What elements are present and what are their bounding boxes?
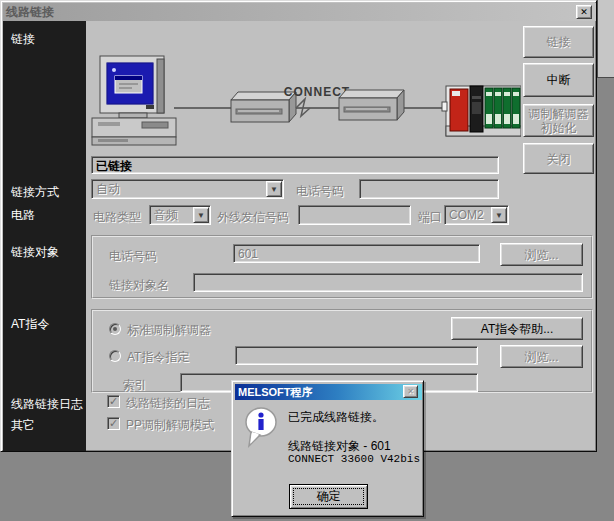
at-specify-field[interactable] — [235, 346, 478, 365]
link-method-value: 自动 — [96, 182, 265, 197]
close-icon[interactable]: ✕ — [403, 385, 418, 398]
sidebar-item-link: 链接 — [11, 31, 35, 48]
close-icon[interactable]: ✕ — [576, 5, 592, 19]
interrupt-button[interactable]: 中断 — [523, 63, 594, 97]
dialog-titlebar[interactable]: MELSOFT程序 — [235, 384, 422, 400]
check-icon: ✓ — [109, 417, 118, 429]
sidebar-item-other: 其它 — [11, 417, 35, 434]
link-target-group: 电话号码 601 浏览... 链接对象名 — [91, 235, 593, 299]
modem-icon — [339, 90, 404, 120]
port-value: COM2 — [449, 208, 490, 223]
standard-modem-radio[interactable] — [109, 323, 121, 335]
sidebar: 链接 链接方式 电路 链接对象 AT指令 线路链接日志 其它 — [3, 21, 86, 451]
titlebar[interactable]: 线路链接 — [3, 3, 596, 21]
line-log-checkbox[interactable]: ✓ — [107, 395, 120, 408]
port-label: 端口 — [418, 209, 442, 226]
modem-init-button[interactable]: 调制解调器初始化 — [523, 104, 594, 137]
connection-graphic: CONNECT — [86, 26, 521, 156]
sidebar-item-at-command: AT指令 — [11, 316, 49, 333]
sidebar-item-link-target: 链接对象 — [11, 244, 59, 261]
at-specify-radio[interactable] — [109, 350, 121, 362]
dialog-message-line1: 已完成线路链接。 — [288, 409, 384, 426]
line-log-label: 线路链接的日志 — [126, 395, 210, 412]
target-name-field[interactable] — [193, 273, 583, 292]
outside-dial-field[interactable] — [298, 205, 411, 225]
check-icon: ✓ — [109, 395, 118, 407]
window-title: 线路链接 — [6, 4, 54, 21]
computer-icon — [92, 56, 176, 145]
pp-modem-checkbox[interactable]: ✓ — [107, 417, 120, 430]
chevron-down-icon[interactable]: ▼ — [193, 207, 209, 223]
target-phone-value: 601 — [238, 247, 461, 262]
at-specify-label: AT指令指定 — [127, 349, 189, 366]
circuit-type-label: 电路类型 — [93, 209, 141, 226]
connect-button[interactable]: 链接 — [523, 26, 594, 58]
index-label: 索引 — [123, 377, 147, 394]
close-button[interactable]: 关闭 — [523, 143, 594, 174]
pp-modem-label: PP调制解调模式 — [126, 417, 214, 434]
link-method-combobox[interactable]: 自动 ▼ — [91, 179, 284, 199]
sidebar-item-line-log: 线路链接日志 — [11, 396, 83, 413]
port-combobox[interactable]: COM2 ▼ — [444, 205, 509, 225]
info-icon — [243, 406, 281, 450]
standard-modem-label: 标准调制解调器 — [127, 322, 211, 339]
status-value: 已链接 — [96, 158, 132, 175]
browse-button[interactable]: 浏览... — [500, 243, 583, 266]
ok-button[interactable]: 确定 — [289, 484, 368, 509]
sidebar-item-circuit: 电路 — [11, 207, 35, 224]
sidebar-item-link-method: 链接方式 — [11, 184, 59, 201]
background-window-fragment — [597, 0, 614, 78]
target-name-label: 链接对象名 — [109, 277, 169, 294]
plc-icon — [442, 86, 521, 136]
circuit-type-value: 音频 — [154, 208, 192, 223]
dialog-message-line3: CONNECT 33600 V42bis — [288, 453, 420, 465]
phone-number-field[interactable] — [359, 179, 499, 199]
status-field: 已链接 — [91, 156, 499, 174]
browse-button[interactable]: 浏览... — [500, 345, 583, 368]
chevron-down-icon[interactable]: ▼ — [266, 181, 282, 197]
dialog-title: MELSOFT程序 — [238, 385, 313, 400]
at-help-button[interactable]: AT指令帮助... — [451, 317, 583, 340]
ok-button-label: 确定 — [293, 488, 364, 505]
target-phone-label: 电话号码 — [109, 248, 157, 265]
phone-number-label: 电话号码 — [296, 183, 344, 200]
circuit-type-combobox[interactable]: 音频 ▼ — [149, 205, 211, 225]
outside-dial-label: 外线发信号码 — [217, 209, 289, 226]
chevron-down-icon[interactable]: ▼ — [491, 207, 507, 223]
melsoft-message-dialog: MELSOFT程序 ✕ 已完成线路链接。 线路链接对象 - 601 CONNEC… — [231, 380, 424, 517]
target-phone-field[interactable]: 601 — [233, 244, 480, 263]
